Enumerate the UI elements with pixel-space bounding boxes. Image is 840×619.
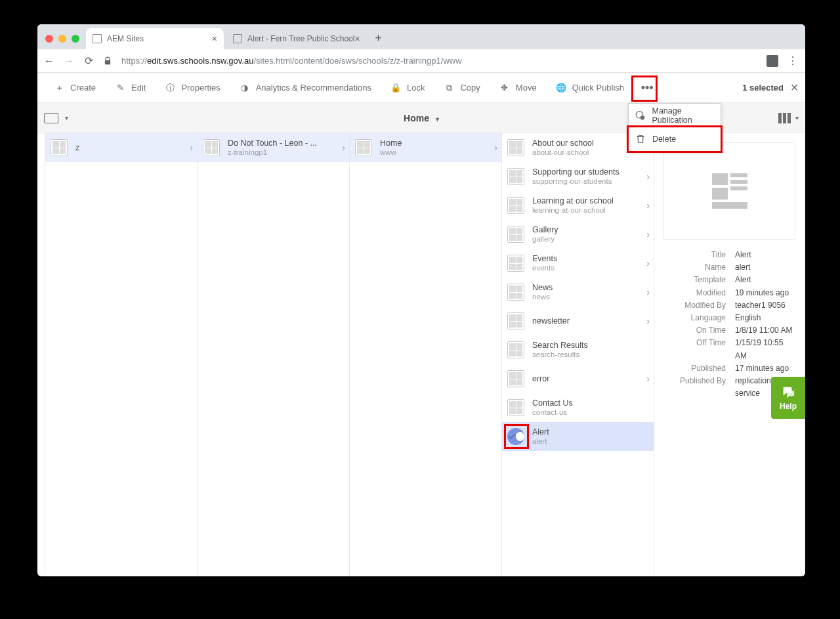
svg-rect-5	[730, 180, 747, 184]
svg-rect-1	[783, 113, 786, 123]
plus-icon: ＋	[53, 82, 65, 94]
column: z ›	[45, 133, 198, 576]
detail-key: Published By	[667, 375, 726, 400]
list-item[interactable]: Homewww ›	[350, 133, 501, 162]
chevron-right-icon: ›	[342, 142, 345, 153]
maximize-window-icon[interactable]	[72, 35, 79, 43]
quick-publish-button[interactable]: 🌐Quick Publish	[546, 73, 633, 102]
action-bar: ＋Create ✎Edit ⓘProperties ◑Analytics & R…	[37, 73, 805, 103]
detail-key: Language	[667, 312, 726, 324]
browser-tab[interactable]: Alert - Fern Tree Public School ×	[226, 28, 367, 49]
page-thumb-icon	[507, 284, 524, 301]
browser-menu-icon[interactable]: ⋮	[788, 54, 799, 67]
svg-rect-8	[712, 202, 747, 209]
list-item[interactable]: Eventsevents›	[502, 249, 654, 278]
page-thumb-icon	[507, 341, 524, 358]
create-button[interactable]: ＋Create	[44, 73, 105, 102]
svg-rect-2	[788, 113, 791, 123]
column: Do Not Touch - Leon - ...z-trainingp1 ›	[198, 133, 350, 576]
page-thumb-icon	[507, 370, 524, 387]
list-item[interactable]: Alertalert	[502, 422, 654, 451]
rail-toggle-icon[interactable]	[44, 113, 58, 123]
lock-icon	[103, 56, 112, 66]
detail-key: Name	[667, 261, 726, 274]
detail-value: Alert	[735, 274, 795, 286]
move-button[interactable]: ✥Move	[490, 73, 546, 102]
lock-button[interactable]: 🔒Lock	[381, 73, 434, 102]
help-button[interactable]: Help	[771, 377, 805, 419]
column: Homewww ›	[350, 133, 502, 576]
url-field[interactable]: https://edit.sws.schools.nsw.gov.au/site…	[121, 56, 757, 66]
detail-panel: TitleAlertNamealertTemplateAlertModified…	[654, 133, 805, 576]
page-thumb-icon	[355, 139, 372, 156]
chevron-right-icon: ›	[646, 258, 650, 268]
svg-rect-7	[712, 188, 728, 200]
minimize-window-icon[interactable]	[58, 35, 66, 43]
chevron-down-icon: ▾	[436, 116, 439, 123]
new-tab-button[interactable]: +	[369, 32, 388, 49]
breadcrumb[interactable]: Home ▾	[404, 113, 439, 123]
list-item[interactable]: Supporting our studentssupporting-our-st…	[502, 162, 654, 191]
dropdown-menu: Manage Publication Delete	[628, 103, 721, 152]
chevron-down-icon: ▾	[795, 114, 799, 121]
chevron-right-icon: ›	[646, 316, 650, 326]
forward-icon[interactable]: →	[64, 55, 74, 67]
detail-key: On Time	[667, 324, 726, 337]
page-icon	[93, 34, 102, 43]
detail-key: Title	[667, 249, 726, 261]
list-item[interactable]: newsletter›	[502, 307, 654, 335]
copy-button[interactable]: ⧉Copy	[434, 73, 489, 102]
tab-title: AEM Sites	[107, 34, 144, 43]
chevron-right-icon: ›	[646, 287, 650, 297]
browser-window: AEM Sites × Alert - Fern Tree Public Sch…	[37, 24, 805, 576]
globe-gear-icon	[635, 110, 646, 121]
page-thumb-icon	[51, 139, 68, 156]
analytics-button[interactable]: ◑Analytics & Recommendations	[230, 73, 381, 102]
list-item[interactable]: Search Resultssearch-results	[502, 335, 654, 364]
page-thumb-icon	[507, 139, 524, 156]
close-tab-icon[interactable]: ×	[212, 33, 217, 44]
move-icon: ✥	[499, 82, 511, 94]
detail-value: 19 minutes ago	[735, 287, 795, 299]
chevron-right-icon: ›	[494, 142, 497, 153]
edit-button[interactable]: ✎Edit	[105, 73, 155, 102]
chevron-right-icon: ›	[190, 142, 193, 153]
highlight-box	[627, 125, 723, 153]
browser-tab-active[interactable]: AEM Sites ×	[86, 28, 224, 49]
back-icon[interactable]: ←	[44, 55, 54, 67]
tab-title: Alert - Fern Tree Public School	[247, 34, 354, 43]
chevron-right-icon: ›	[646, 229, 650, 240]
column-view: z › Do Not Touch - Leon - ...z-trainingp…	[37, 133, 805, 576]
detail-key: Off Time	[667, 337, 726, 362]
close-window-icon[interactable]	[45, 35, 53, 43]
detail-value: teacher1 9056	[735, 299, 795, 312]
detail-key: Template	[667, 274, 726, 286]
svg-point-10	[640, 116, 644, 119]
clear-selection-icon[interactable]: ✕	[790, 81, 799, 94]
svg-rect-3	[712, 173, 728, 185]
profile-icon[interactable]	[766, 55, 778, 67]
manage-publication-item[interactable]: Manage Publication	[629, 104, 721, 127]
list-item[interactable]: Learning at our schoollearning-at-our-sc…	[502, 191, 654, 220]
list-item[interactable]: error›	[502, 364, 654, 393]
detail-value: English	[735, 312, 795, 324]
list-item[interactable]: Contact Uscontact-us	[502, 393, 654, 422]
globe-icon: 🌐	[555, 82, 567, 94]
detail-value: Alert	[735, 249, 795, 261]
page-thumb-icon	[203, 139, 220, 156]
analytics-icon: ◑	[239, 82, 251, 94]
list-item[interactable]: Do Not Touch - Leon - ...z-trainingp1 ›	[198, 133, 349, 162]
reload-icon[interactable]: ⟳	[83, 54, 94, 67]
chat-icon	[781, 385, 795, 399]
page-thumb-icon	[507, 168, 524, 185]
close-tab-icon[interactable]: ×	[354, 33, 360, 44]
column: About our schoolabout-our-schoolSupporti…	[502, 133, 654, 576]
list-item[interactable]: Gallerygallery›	[502, 220, 654, 249]
list-item[interactable]: z ›	[45, 133, 197, 162]
window-controls	[43, 35, 86, 49]
page-thumb-icon	[507, 197, 524, 214]
properties-button[interactable]: ⓘProperties	[155, 73, 229, 102]
list-item[interactable]: Newsnews›	[502, 278, 654, 307]
view-switcher[interactable]: ▾	[778, 113, 799, 123]
detail-value: alert	[735, 261, 795, 274]
